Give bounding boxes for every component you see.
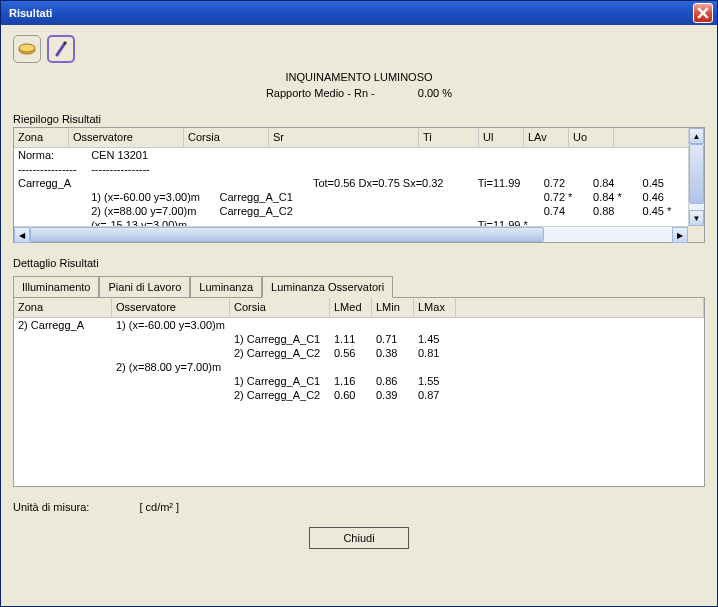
tab-illuminamento[interactable]: Illuminamento: [13, 276, 99, 298]
scroll-down-icon[interactable]: ▼: [689, 210, 704, 226]
summary-label: Riepilogo Risultati: [13, 113, 705, 125]
table-row[interactable]: 1) Carregg_A_C11.110.711.45: [14, 332, 456, 346]
ratio-value: 0.00 %: [418, 87, 452, 99]
tab-piani-di-lavoro[interactable]: Piani di Lavoro: [99, 276, 190, 298]
detail-col-corsia[interactable]: Corsia: [230, 298, 330, 317]
svg-point-5: [64, 42, 67, 45]
detail-columns: ZonaOsservatoreCorsiaLMedLMinLMax: [14, 298, 704, 318]
summary-col-zona[interactable]: Zona: [14, 128, 69, 147]
ratio-label: Rapporto Medio - Rn -: [266, 87, 375, 99]
summary-col-osservatore[interactable]: Osservatore: [69, 128, 184, 147]
detail-col-lmin[interactable]: LMin: [372, 298, 414, 317]
toolbar: [13, 35, 705, 63]
scroll-right-icon[interactable]: ▶: [672, 227, 688, 243]
scroll-left-icon[interactable]: ◀: [14, 227, 30, 243]
section-heading: INQUINAMENTO LUMINOSO: [13, 71, 705, 83]
table-row[interactable]: 2) Carregg_A_C20.600.390.87: [14, 388, 456, 402]
summary-columns: ZonaOsservatoreCorsiaSrTiUlLAvUo: [14, 128, 704, 148]
table-row[interactable]: Carregg_ATot=0.56 Dx=0.75 Sx=0.32Ti=11.9…: [14, 176, 688, 190]
tab-luminanza[interactable]: Luminanza: [190, 276, 262, 298]
summary-col-sr[interactable]: Sr: [269, 128, 419, 147]
table-row[interactable]: 1) Carregg_A_C11.160.861.55: [14, 374, 456, 388]
detail-body: 2) Carregg_A1) (x=-60.00 y=3.00)m1) Carr…: [14, 318, 704, 402]
scroll-up-icon[interactable]: ▲: [689, 128, 704, 144]
table-row[interactable]: --------------------------------: [14, 162, 688, 176]
tool-button-1[interactable]: [13, 35, 41, 63]
table-row[interactable]: Norma:CEN 13201: [14, 148, 688, 162]
summary-grid: ZonaOsservatoreCorsiaSrTiUlLAvUo Norma:C…: [13, 127, 705, 243]
detail-col-lmax[interactable]: LMax: [414, 298, 456, 317]
table-row[interactable]: 1) (x=-60.00 y=3.00)mCarregg_A_C10.72 *0…: [14, 190, 688, 204]
detail-col-osservatore[interactable]: Osservatore: [112, 298, 230, 317]
detail-grid: ZonaOsservatoreCorsiaLMedLMinLMax 2) Car…: [13, 297, 705, 487]
summary-hscroll[interactable]: ◀ ▶: [14, 226, 688, 242]
unit-value: [ cd/m² ]: [139, 501, 179, 513]
svg-line-4: [57, 43, 65, 55]
table-row[interactable]: (x=-15.13 y=3.00)mTi=11.99 *: [14, 218, 688, 226]
detail-tabs: IlluminamentoPiani di LavoroLuminanzaLum…: [13, 275, 705, 297]
titlebar: Risultati: [1, 1, 717, 25]
summary-vscroll[interactable]: ▲ ▼: [688, 128, 704, 226]
ratio-line: Rapporto Medio - Rn - 0.00 %: [13, 87, 705, 99]
detail-col-zona[interactable]: Zona: [14, 298, 112, 317]
detail-label: Dettaglio Risultati: [13, 257, 705, 269]
close-button[interactable]: Chiudi: [309, 527, 409, 549]
unit-label: Unità di misura:: [13, 501, 89, 513]
summary-col-ti[interactable]: Ti: [419, 128, 479, 147]
summary-body: Norma:CEN 13201-------------------------…: [14, 148, 688, 226]
table-row[interactable]: 2) (x=88.00 y=7.00)mCarregg_A_C20.740.88…: [14, 204, 688, 218]
unit-line: Unità di misura: [ cd/m² ]: [13, 501, 705, 513]
summary-col-ul[interactable]: Ul: [479, 128, 524, 147]
detail-col-lmed[interactable]: LMed: [330, 298, 372, 317]
table-row[interactable]: 2) Carregg_A_C20.560.380.81: [14, 346, 456, 360]
summary-col-lav[interactable]: LAv: [524, 128, 569, 147]
summary-col-uo[interactable]: Uo: [569, 128, 614, 147]
table-row[interactable]: 2) (x=88.00 y=7.00)m: [14, 360, 456, 374]
tab-luminanza-osservatori[interactable]: Luminanza Osservatori: [262, 276, 393, 298]
summary-col-corsia[interactable]: Corsia: [184, 128, 269, 147]
svg-point-3: [19, 44, 35, 52]
results-window: Risultati INQUINAMENTO LUMINOSO Rapporto…: [0, 0, 718, 607]
close-window-button[interactable]: [693, 3, 713, 23]
table-row[interactable]: 2) Carregg_A1) (x=-60.00 y=3.00)m: [14, 318, 456, 332]
tool-button-2[interactable]: [47, 35, 75, 63]
window-title: Risultati: [5, 7, 693, 19]
